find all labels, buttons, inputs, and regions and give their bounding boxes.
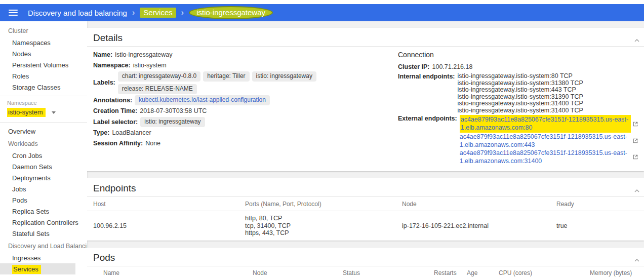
sidebar-item-replica-sets[interactable]: Replica Sets [0,206,75,217]
service-type-value: LoadBalancer [112,129,151,137]
sidebar-item-services-label: Services [12,265,41,274]
details-fields: Name:istio-ingressgateway Namespace:isti… [93,50,398,166]
internal-endpoint: istio-ingressgateway.istio-system:31400 … [458,100,583,107]
column-header: CPU (cores) [499,269,590,276]
collapse-card-icon[interactable] [634,258,640,263]
sidebar-item-daemon-sets[interactable]: Daemon Sets [0,161,75,172]
pods-card: Pods Name Node Status Restarts Age CPU (… [87,248,644,277]
sidebar-divider [0,96,87,96]
internal-endpoint: istio-ingressgateway.istio-system:443 TC… [458,87,583,94]
endpoint-ports: http, 80, TCP tcp, 31400, TCP https, 443… [245,215,402,237]
column-header: Memory (bytes) [590,269,638,276]
endpoints-card: Endpoints Host Ports (Name, Port, Protoc… [87,178,644,241]
breadcrumb: Discovery and load balancing › Services … [28,6,273,19]
column-header: Ports (Name, Port, Protocol) [245,201,402,208]
collapse-card-icon[interactable] [634,38,640,43]
external-endpoints-list: ac4ae879f93ac11e8a825067cfe3151f-1218935… [460,115,638,165]
label-selector-chip: istio: ingressgateway [140,117,205,127]
label-chip: istio: ingressgateway [252,71,316,82]
chevron-down-icon [52,111,56,114]
column-header: Name [103,269,253,276]
sidebar-divider [0,122,87,123]
app-header: Discovery and load balancing › Services … [0,4,644,21]
pods-table-header: Name Node Status Restarts Age CPU (cores… [87,266,644,277]
chevron-right-icon: › [132,9,135,17]
field-label: Type: [93,129,109,137]
cluster-ip-value: 100.71.216.18 [432,63,473,71]
field-label: Internal endpoints: [398,73,455,81]
sidebar-item-pods[interactable]: Pods [0,194,75,206]
sidebar-item-persistent-volumes[interactable]: Persistent Volumes [0,59,75,70]
service-namespace-value: istio-system [133,62,167,69]
field-label: Cluster IP: [398,63,430,71]
namespace-selector[interactable]: istio-system [0,106,87,119]
internal-endpoints-list: istio-ingressgateway.istio-system:80 TCP… [458,73,583,114]
field-label: Label selector: [93,118,138,126]
label-chip: release: RELEASE-NAME [118,84,197,94]
external-endpoint-link[interactable]: ac4ae879f93ac11e8a825067cfe3151f-1218935… [460,115,631,133]
field-label: Name: [93,51,112,59]
column-header: Status [343,269,434,276]
menu-icon[interactable] [9,10,18,16]
field-label: Session Affinity: [93,140,143,147]
sidebar-item-deployments[interactable]: Deployments [0,172,75,183]
sidebar: Cluster Namespaces Nodes Persistent Volu… [0,21,87,277]
endpoint-host: 100.96.2.15 [93,222,245,229]
open-in-new-icon [633,154,638,160]
breadcrumb-services-link[interactable]: Services [140,8,176,18]
internal-endpoint: istio-ingressgateway.istio-system:80 TCP [458,73,583,80]
internal-endpoint: istio-ingressgateway.istio-system:31400 … [458,107,583,114]
table-row: 100.96.2.15 http, 80, TCP tcp, 31400, TC… [87,211,644,241]
sidebar-heading-workloads: Workloads [0,137,87,150]
collapse-card-icon[interactable] [634,188,640,193]
endpoint-ready: true [556,222,638,229]
sidebar-item-namespaces[interactable]: Namespaces [0,37,75,48]
pods-card-title: Pods [93,252,638,263]
sidebar-item-overview[interactable]: Overview [0,126,75,137]
field-label: Creation Time: [93,107,137,115]
sidebar-item-jobs[interactable]: Jobs [0,183,75,194]
sidebar-item-nodes[interactable]: Nodes [0,48,75,59]
sidebar-item-replication-controllers[interactable]: Replication Controllers [0,217,75,228]
annotation-link-chip[interactable]: kubectl.kubernetes.io/last-applied-confi… [135,95,270,105]
connection-section: Connection Cluster IP:100.71.216.18 Inte… [398,50,638,166]
label-chip: chart: ingressgateway-0.8.0 [118,71,200,82]
creation-time-value: 2018-07-30T03:58 UTC [140,107,207,115]
sidebar-item-ingresses[interactable]: Ingresses [0,252,75,263]
field-label: Annotations: [93,97,132,104]
external-endpoint-link[interactable]: ac4ae879f93ac11e8a825067cfe3151f-1218935… [460,149,631,165]
details-card-title: Details [93,32,638,44]
sidebar-item-stateful-sets[interactable]: Stateful Sets [0,228,75,239]
column-header: Restarts [434,269,467,276]
sidebar-item-services[interactable]: Services [0,263,75,274]
sidebar-item-storage-classes[interactable]: Storage Classes [0,82,75,93]
column-header: Age [467,269,499,276]
endpoint-node: ip-172-16-105-221.ec2.internal [402,222,556,229]
sidebar-item-cron-jobs[interactable]: Cron Jobs [0,150,75,161]
endpoints-table-header: Host Ports (Name, Port, Protocol) Node R… [87,197,644,211]
breadcrumb-current-page: istio-ingressgateway [189,6,273,19]
internal-endpoint: istio-ingressgateway.istio-system:31390 … [458,94,583,101]
details-card: Details Name:istio-ingressgateway Namesp… [87,28,644,171]
sidebar-item-roles[interactable]: Roles [0,70,75,82]
service-name-value: istio-ingressgateway [115,51,172,59]
field-label: Namespace: [93,62,131,69]
sidebar-heading-cluster: Cluster [0,24,87,37]
column-header: Node [253,269,343,276]
endpoints-card-title: Endpoints [93,183,638,194]
chevron-right-icon: › [181,9,184,17]
field-label: External endpoints: [398,115,457,123]
label-chip: heritage: Tiller [203,71,249,82]
main-content: Details Name:istio-ingressgateway Namesp… [87,21,644,277]
connection-title: Connection [398,51,638,59]
breadcrumb-discovery-link[interactable]: Discovery and load balancing [28,9,127,17]
session-affinity-value: None [145,140,160,147]
field-label: Labels: [93,79,115,87]
external-endpoint-link[interactable]: ac4ae879f93ac11e8a825067cfe3151f-1218935… [460,133,631,149]
internal-endpoint: istio-ingressgateway.istio-system:31380 … [458,80,583,87]
column-header: Node [402,201,556,208]
sidebar-heading-discovery: Discovery and Load Balancing [0,239,87,252]
column-header: Ready [556,201,638,208]
browser-top-strip [0,0,644,4]
column-header: Host [93,201,245,208]
